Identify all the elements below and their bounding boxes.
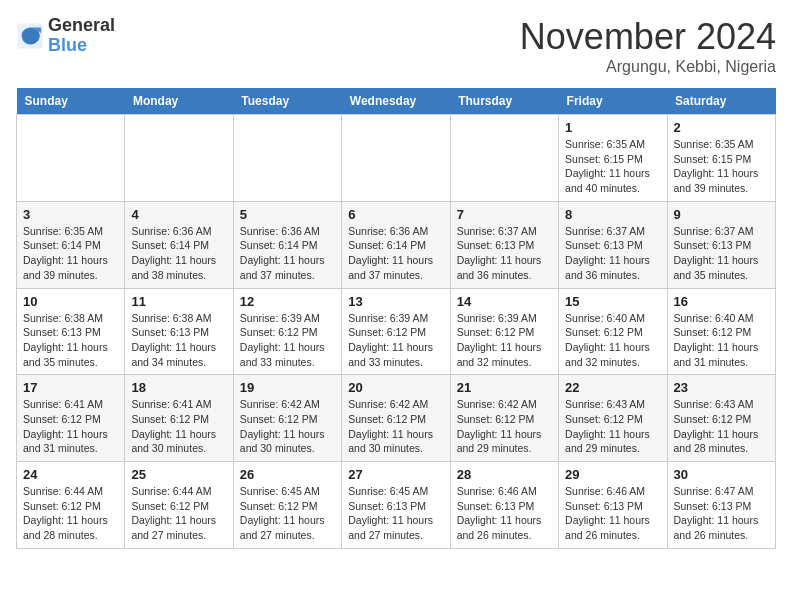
day-cell: 15Sunrise: 6:40 AM Sunset: 6:12 PM Dayli… [559, 288, 667, 375]
day-number: 23 [674, 380, 769, 395]
day-info: Sunrise: 6:35 AM Sunset: 6:15 PM Dayligh… [674, 137, 769, 196]
day-info: Sunrise: 6:44 AM Sunset: 6:12 PM Dayligh… [131, 484, 226, 543]
col-sunday: Sunday [17, 88, 125, 115]
week-row-1: 3Sunrise: 6:35 AM Sunset: 6:14 PM Daylig… [17, 201, 776, 288]
day-number: 26 [240, 467, 335, 482]
day-info: Sunrise: 6:40 AM Sunset: 6:12 PM Dayligh… [565, 311, 660, 370]
logo-line1: General [48, 16, 115, 36]
day-cell: 26Sunrise: 6:45 AM Sunset: 6:12 PM Dayli… [233, 462, 341, 549]
day-cell: 29Sunrise: 6:46 AM Sunset: 6:13 PM Dayli… [559, 462, 667, 549]
col-tuesday: Tuesday [233, 88, 341, 115]
day-info: Sunrise: 6:44 AM Sunset: 6:12 PM Dayligh… [23, 484, 118, 543]
day-number: 16 [674, 294, 769, 309]
day-cell [450, 115, 558, 202]
day-info: Sunrise: 6:36 AM Sunset: 6:14 PM Dayligh… [240, 224, 335, 283]
day-info: Sunrise: 6:43 AM Sunset: 6:12 PM Dayligh… [674, 397, 769, 456]
day-number: 21 [457, 380, 552, 395]
day-cell: 23Sunrise: 6:43 AM Sunset: 6:12 PM Dayli… [667, 375, 775, 462]
day-cell: 18Sunrise: 6:41 AM Sunset: 6:12 PM Dayli… [125, 375, 233, 462]
day-info: Sunrise: 6:40 AM Sunset: 6:12 PM Dayligh… [674, 311, 769, 370]
week-row-3: 17Sunrise: 6:41 AM Sunset: 6:12 PM Dayli… [17, 375, 776, 462]
day-info: Sunrise: 6:36 AM Sunset: 6:14 PM Dayligh… [131, 224, 226, 283]
week-row-4: 24Sunrise: 6:44 AM Sunset: 6:12 PM Dayli… [17, 462, 776, 549]
day-number: 9 [674, 207, 769, 222]
day-cell: 8Sunrise: 6:37 AM Sunset: 6:13 PM Daylig… [559, 201, 667, 288]
col-friday: Friday [559, 88, 667, 115]
calendar-table: Sunday Monday Tuesday Wednesday Thursday… [16, 88, 776, 549]
day-info: Sunrise: 6:39 AM Sunset: 6:12 PM Dayligh… [240, 311, 335, 370]
day-info: Sunrise: 6:37 AM Sunset: 6:13 PM Dayligh… [457, 224, 552, 283]
calendar-body: 1Sunrise: 6:35 AM Sunset: 6:15 PM Daylig… [17, 115, 776, 549]
day-cell: 20Sunrise: 6:42 AM Sunset: 6:12 PM Dayli… [342, 375, 450, 462]
day-info: Sunrise: 6:46 AM Sunset: 6:13 PM Dayligh… [565, 484, 660, 543]
col-saturday: Saturday [667, 88, 775, 115]
title-block: November 2024 Argungu, Kebbi, Nigeria [520, 16, 776, 76]
day-cell: 25Sunrise: 6:44 AM Sunset: 6:12 PM Dayli… [125, 462, 233, 549]
day-cell: 9Sunrise: 6:37 AM Sunset: 6:13 PM Daylig… [667, 201, 775, 288]
col-wednesday: Wednesday [342, 88, 450, 115]
day-number: 8 [565, 207, 660, 222]
day-info: Sunrise: 6:47 AM Sunset: 6:13 PM Dayligh… [674, 484, 769, 543]
day-cell: 28Sunrise: 6:46 AM Sunset: 6:13 PM Dayli… [450, 462, 558, 549]
calendar-header: Sunday Monday Tuesday Wednesday Thursday… [17, 88, 776, 115]
day-number: 27 [348, 467, 443, 482]
day-info: Sunrise: 6:43 AM Sunset: 6:12 PM Dayligh… [565, 397, 660, 456]
day-info: Sunrise: 6:45 AM Sunset: 6:13 PM Dayligh… [348, 484, 443, 543]
day-info: Sunrise: 6:37 AM Sunset: 6:13 PM Dayligh… [565, 224, 660, 283]
day-cell: 19Sunrise: 6:42 AM Sunset: 6:12 PM Dayli… [233, 375, 341, 462]
day-number: 30 [674, 467, 769, 482]
day-info: Sunrise: 6:38 AM Sunset: 6:13 PM Dayligh… [23, 311, 118, 370]
logo-line2: Blue [48, 36, 115, 56]
day-cell: 14Sunrise: 6:39 AM Sunset: 6:12 PM Dayli… [450, 288, 558, 375]
day-info: Sunrise: 6:39 AM Sunset: 6:12 PM Dayligh… [457, 311, 552, 370]
day-number: 24 [23, 467, 118, 482]
day-info: Sunrise: 6:35 AM Sunset: 6:14 PM Dayligh… [23, 224, 118, 283]
page-header: General Blue November 2024 Argungu, Kebb… [16, 16, 776, 76]
day-cell: 16Sunrise: 6:40 AM Sunset: 6:12 PM Dayli… [667, 288, 775, 375]
day-cell: 6Sunrise: 6:36 AM Sunset: 6:14 PM Daylig… [342, 201, 450, 288]
day-cell: 3Sunrise: 6:35 AM Sunset: 6:14 PM Daylig… [17, 201, 125, 288]
day-number: 4 [131, 207, 226, 222]
day-cell: 1Sunrise: 6:35 AM Sunset: 6:15 PM Daylig… [559, 115, 667, 202]
logo: General Blue [16, 16, 115, 56]
day-cell: 2Sunrise: 6:35 AM Sunset: 6:15 PM Daylig… [667, 115, 775, 202]
day-info: Sunrise: 6:45 AM Sunset: 6:12 PM Dayligh… [240, 484, 335, 543]
day-cell: 30Sunrise: 6:47 AM Sunset: 6:13 PM Dayli… [667, 462, 775, 549]
day-number: 28 [457, 467, 552, 482]
day-number: 2 [674, 120, 769, 135]
day-number: 6 [348, 207, 443, 222]
day-number: 10 [23, 294, 118, 309]
day-number: 15 [565, 294, 660, 309]
day-info: Sunrise: 6:46 AM Sunset: 6:13 PM Dayligh… [457, 484, 552, 543]
day-info: Sunrise: 6:39 AM Sunset: 6:12 PM Dayligh… [348, 311, 443, 370]
day-info: Sunrise: 6:42 AM Sunset: 6:12 PM Dayligh… [457, 397, 552, 456]
location: Argungu, Kebbi, Nigeria [520, 58, 776, 76]
week-row-0: 1Sunrise: 6:35 AM Sunset: 6:15 PM Daylig… [17, 115, 776, 202]
day-cell: 12Sunrise: 6:39 AM Sunset: 6:12 PM Dayli… [233, 288, 341, 375]
day-number: 17 [23, 380, 118, 395]
logo-icon [16, 22, 44, 50]
col-thursday: Thursday [450, 88, 558, 115]
day-number: 22 [565, 380, 660, 395]
day-number: 18 [131, 380, 226, 395]
day-cell: 24Sunrise: 6:44 AM Sunset: 6:12 PM Dayli… [17, 462, 125, 549]
month-title: November 2024 [520, 16, 776, 58]
day-info: Sunrise: 6:35 AM Sunset: 6:15 PM Dayligh… [565, 137, 660, 196]
day-cell [125, 115, 233, 202]
day-cell: 27Sunrise: 6:45 AM Sunset: 6:13 PM Dayli… [342, 462, 450, 549]
day-number: 12 [240, 294, 335, 309]
day-number: 29 [565, 467, 660, 482]
day-info: Sunrise: 6:38 AM Sunset: 6:13 PM Dayligh… [131, 311, 226, 370]
day-cell: 11Sunrise: 6:38 AM Sunset: 6:13 PM Dayli… [125, 288, 233, 375]
day-number: 25 [131, 467, 226, 482]
day-info: Sunrise: 6:36 AM Sunset: 6:14 PM Dayligh… [348, 224, 443, 283]
day-number: 19 [240, 380, 335, 395]
day-cell: 13Sunrise: 6:39 AM Sunset: 6:12 PM Dayli… [342, 288, 450, 375]
day-number: 13 [348, 294, 443, 309]
day-cell: 7Sunrise: 6:37 AM Sunset: 6:13 PM Daylig… [450, 201, 558, 288]
day-cell: 10Sunrise: 6:38 AM Sunset: 6:13 PM Dayli… [17, 288, 125, 375]
day-cell [17, 115, 125, 202]
header-row: Sunday Monday Tuesday Wednesday Thursday… [17, 88, 776, 115]
day-info: Sunrise: 6:37 AM Sunset: 6:13 PM Dayligh… [674, 224, 769, 283]
day-info: Sunrise: 6:41 AM Sunset: 6:12 PM Dayligh… [23, 397, 118, 456]
